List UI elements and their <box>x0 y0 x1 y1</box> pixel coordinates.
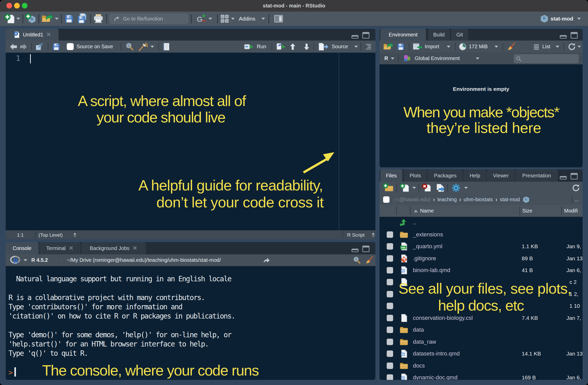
version-control-dropdown[interactable] <box>208 12 212 26</box>
file-name[interactable]: docs <box>413 362 425 369</box>
new-file-type-dropdown[interactable] <box>412 182 416 194</box>
file-checkbox[interactable] <box>387 291 393 297</box>
file-name[interactable]: .gitignore <box>413 255 436 262</box>
breadcrumb-item[interactable]: teaching <box>437 197 457 203</box>
save-button[interactable] <box>64 12 74 26</box>
file-row[interactable]: conservation-biology.csl7.4 KBJan 7, <box>380 312 583 324</box>
run-button[interactable]: Run <box>244 41 266 53</box>
file-name[interactable]: _quarto.yml <box>413 243 442 250</box>
new-project-button[interactable] <box>25 12 36 26</box>
file-checkbox[interactable] <box>387 303 393 309</box>
file-row[interactable]: binom-lab.qmd41 BJan 6, <box>380 264 583 276</box>
environment-search-input[interactable] <box>514 54 578 63</box>
new-file-button[interactable] <box>4 12 15 26</box>
memory-dropdown[interactable] <box>495 41 498 53</box>
sort-ascending-icon[interactable] <box>413 205 418 217</box>
clear-environment-icon[interactable] <box>506 41 516 53</box>
goto-directory-icon[interactable] <box>262 254 270 266</box>
more-file-commands-gear[interactable] <box>451 182 461 194</box>
file-checkbox[interactable] <box>387 255 393 262</box>
tab-presentation[interactable]: Presentation <box>515 169 558 182</box>
column-header-name[interactable]: Name <box>420 205 434 217</box>
file-row[interactable]: data <box>380 324 583 336</box>
panes-layout-icon[interactable] <box>274 12 283 26</box>
new-folder-button[interactable] <box>383 182 394 194</box>
column-header-size[interactable]: Size <box>522 205 532 217</box>
copy-file-button[interactable] <box>434 182 446 194</box>
panes-dropdown[interactable] <box>231 12 235 26</box>
column-header-modified[interactable]: Modifi <box>564 205 578 217</box>
maximize-pane-icon[interactable] <box>570 32 578 39</box>
rerun-button[interactable] <box>276 41 287 53</box>
file-row[interactable]: _extensions <box>380 228 583 240</box>
open-recent-dropdown[interactable] <box>55 12 59 26</box>
breadcrumb-root[interactable]: ger@hawaii.edu) <box>392 197 431 203</box>
file-name[interactable]: datasets-intro.qmd <box>413 350 460 357</box>
tab-plots[interactable]: Plots <box>404 169 427 182</box>
run-previous-icon[interactable] <box>289 41 296 53</box>
print-button[interactable] <box>93 12 104 26</box>
back-button[interactable] <box>9 41 18 53</box>
tab-terminal[interactable]: Terminal✕ <box>39 242 80 254</box>
workspace-panes-button[interactable] <box>220 12 230 26</box>
tab-help[interactable]: Help <box>463 169 486 182</box>
import-dataset-icon[interactable] <box>412 41 423 53</box>
load-workspace-button[interactable] <box>383 41 394 53</box>
file-checkbox[interactable] <box>387 279 393 285</box>
breadcrumb-item[interactable]: uhm-biostats <box>463 197 493 203</box>
new-blank-file-button[interactable] <box>400 182 410 194</box>
tab-files[interactable]: Files <box>380 169 402 182</box>
file-row[interactable]: docs <box>380 360 583 371</box>
addins-dropdown[interactable] <box>261 12 265 26</box>
r-logo-icon[interactable] <box>10 254 21 266</box>
tab-console[interactable]: Console <box>6 242 39 254</box>
file-row[interactable]: dynamic-doc.qmd169 BJan 6, <box>380 372 583 380</box>
file-checkbox[interactable] <box>387 327 393 333</box>
file-type-indicator[interactable]: R Script <box>347 230 365 239</box>
maximize-pane-icon[interactable] <box>362 32 370 39</box>
global-environment-selector[interactable]: Global Environment <box>415 53 460 64</box>
tab-environment[interactable]: Environment <box>380 29 426 41</box>
maximize-pane-icon[interactable] <box>570 173 578 180</box>
save-workspace-button[interactable] <box>397 41 405 53</box>
file-checkbox[interactable] <box>387 231 393 238</box>
code-tools-dropdown[interactable] <box>150 41 154 53</box>
open-file-button[interactable] <box>41 12 53 26</box>
file-name[interactable]: _extensions <box>413 231 443 238</box>
save-source-button[interactable] <box>52 41 61 53</box>
close-tab-icon[interactable]: ✕ <box>46 31 51 38</box>
file-row[interactable]: datasets-intro.qmd14.1 KBJan 13, <box>380 348 583 360</box>
source-dropdown[interactable] <box>354 41 358 53</box>
file-row[interactable]: data_raw <box>380 336 583 348</box>
tab-viewer[interactable]: Viewer <box>487 169 515 182</box>
more-commands-dropdown[interactable] <box>464 182 468 194</box>
code-editor[interactable]: 1 A script, where almost all of your cod… <box>6 53 375 230</box>
minimize-pane-icon[interactable] <box>559 35 567 39</box>
file-checkbox[interactable] <box>387 315 393 321</box>
breadcrumb-item[interactable]: stat-mod <box>500 197 520 203</box>
version-control-button[interactable] <box>196 12 206 26</box>
forward-button[interactable] <box>19 41 28 53</box>
goto-file-search[interactable]: Go to file/function <box>110 14 188 24</box>
file-name[interactable]: data <box>413 326 424 333</box>
breadcrumb-overflow[interactable]: ... <box>575 197 579 203</box>
file-checkbox[interactable] <box>387 362 393 369</box>
memory-usage-icon[interactable] <box>459 41 467 53</box>
tab-untitled1[interactable]: R Untitled1 ✕ <box>6 29 59 41</box>
minimize-pane-icon[interactable] <box>351 35 359 39</box>
file-name[interactable]: dynamic-doc.qmd <box>413 374 458 380</box>
tab-build[interactable]: Build <box>428 29 450 41</box>
file-type-updown-icon[interactable] <box>371 230 375 239</box>
close-tab-icon[interactable]: ✕ <box>132 245 137 252</box>
refresh-files-icon[interactable] <box>572 182 580 194</box>
language-dropdown[interactable] <box>391 53 394 64</box>
find-replace-button[interactable] <box>125 41 134 53</box>
file-name[interactable]: conservation-biology.csl <box>413 315 473 321</box>
refresh-dropdown[interactable] <box>578 41 581 53</box>
clear-console-icon[interactable] <box>364 254 373 266</box>
list-view-icon[interactable] <box>533 41 540 53</box>
select-all-checkbox[interactable] <box>383 196 390 203</box>
tab-background-jobs[interactable]: Background Jobs✕ <box>81 242 146 254</box>
addins-button[interactable]: Addins <box>239 12 255 26</box>
document-outline-button[interactable] <box>364 41 373 53</box>
